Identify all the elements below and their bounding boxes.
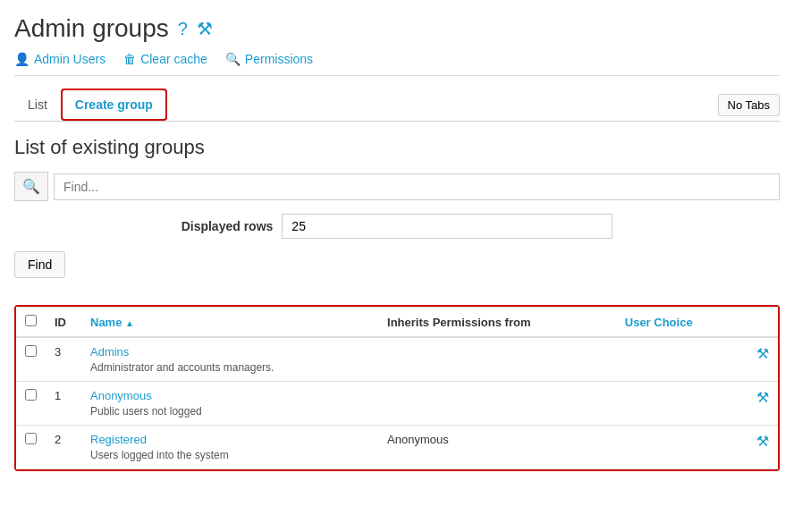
row-checkbox[interactable] xyxy=(25,389,37,401)
section-title: List of existing groups xyxy=(14,136,780,159)
row-edit-button[interactable]: ⚒ xyxy=(742,382,778,426)
tabs-bar: List Create group No Tabs xyxy=(14,89,780,122)
user-choice-header: User Choice xyxy=(616,308,742,338)
select-all-header xyxy=(16,308,46,338)
row-user-choice xyxy=(616,337,742,382)
actions-header xyxy=(742,308,778,338)
row-name-cell: Registered Users logged into the system xyxy=(81,426,378,469)
search-row: 🔍 xyxy=(14,172,780,201)
tab-create-group[interactable]: Create group xyxy=(61,89,167,121)
no-tabs-button[interactable]: No Tabs xyxy=(718,94,780,116)
table-row: 3 Admins Administrator and accounts mana… xyxy=(16,337,778,382)
row-id: 3 xyxy=(46,337,81,382)
settings-icon[interactable]: ⚒ xyxy=(197,18,213,39)
group-desc: Users logged into the system xyxy=(90,449,229,461)
row-checkbox-cell xyxy=(16,337,46,382)
row-edit-button[interactable]: ⚒ xyxy=(742,337,778,382)
permissions-icon: 🔍 xyxy=(225,52,241,66)
groups-table-wrapper: ID Name ▲ Inherits Permissions from User… xyxy=(14,305,780,471)
admin-users-link[interactable]: 👤 Admin Users xyxy=(14,52,106,66)
help-icon[interactable]: ? xyxy=(178,19,188,39)
row-checkbox[interactable] xyxy=(25,345,37,357)
rows-row: Displayed rows xyxy=(14,214,780,239)
group-desc: Administrator and accounts managers. xyxy=(90,361,274,374)
group-name-link[interactable]: Admins xyxy=(90,345,369,359)
groups-table: ID Name ▲ Inherits Permissions from User… xyxy=(16,307,778,469)
admin-users-icon: 👤 xyxy=(14,52,30,66)
rows-label: Displayed rows xyxy=(182,219,274,233)
toolbar: 👤 Admin Users 🗑 Clear cache 🔍 Permission… xyxy=(14,52,780,76)
row-inherits xyxy=(378,337,616,382)
row-inherits xyxy=(378,382,616,426)
name-header[interactable]: Name ▲ xyxy=(81,308,378,338)
group-name-link[interactable]: Anonymous xyxy=(90,389,369,402)
title-text: Admin groups xyxy=(14,14,169,43)
group-desc: Public users not logged xyxy=(90,405,202,418)
row-checkbox-cell xyxy=(16,426,46,469)
select-all-checkbox[interactable] xyxy=(25,315,37,326)
row-user-choice xyxy=(616,382,742,426)
row-inherits: Anonymous xyxy=(378,426,616,469)
table-row: 2 Registered Users logged into the syste… xyxy=(16,426,778,469)
tab-list[interactable]: List xyxy=(14,89,61,120)
row-id: 1 xyxy=(46,382,81,426)
row-name-cell: Anonymous Public users not logged xyxy=(81,382,378,426)
search-input[interactable] xyxy=(54,173,780,200)
search-button[interactable]: 🔍 xyxy=(14,172,48,201)
clear-cache-link[interactable]: 🗑 Clear cache xyxy=(123,52,207,66)
row-name-cell: Admins Administrator and accounts manage… xyxy=(81,337,378,382)
row-checkbox-cell xyxy=(16,382,46,426)
group-name-link[interactable]: Registered xyxy=(90,433,369,446)
table-row: 1 Anonymous Public users not logged ⚒ xyxy=(16,382,778,426)
permissions-link[interactable]: 🔍 Permissions xyxy=(225,52,313,66)
id-header: ID xyxy=(46,308,81,338)
row-edit-button[interactable]: ⚒ xyxy=(742,426,778,469)
row-user-choice xyxy=(616,426,742,469)
inherits-header: Inherits Permissions from xyxy=(378,308,616,338)
clear-cache-icon: 🗑 xyxy=(123,52,136,66)
row-id: 2 xyxy=(46,426,81,469)
sort-arrow-icon: ▲ xyxy=(125,318,134,328)
find-button[interactable]: Find xyxy=(14,251,65,278)
page-title: Admin groups ? ⚒ xyxy=(14,14,780,43)
row-checkbox[interactable] xyxy=(25,433,37,444)
rows-input[interactable] xyxy=(282,214,612,239)
